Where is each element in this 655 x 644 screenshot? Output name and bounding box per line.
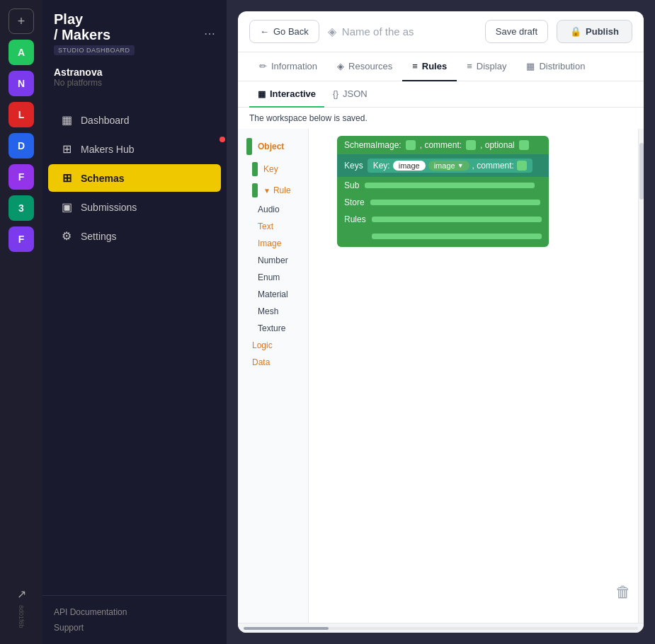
key-type-select[interactable]: image ▼ [428, 161, 469, 171]
user-sub: No platforms [54, 78, 215, 88]
tab-rules[interactable]: ≡ Rules [402, 52, 457, 81]
submissions-icon: ▣ [59, 200, 74, 214]
settings-icon: ⚙ [59, 229, 74, 243]
comment-label: , comment: [420, 140, 462, 150]
horizontal-scrollbar[interactable] [238, 623, 644, 633]
distribution-tab-icon: ▦ [526, 61, 535, 71]
back-button[interactable]: ← Go Back [249, 20, 319, 43]
sub-bar [365, 183, 535, 188]
sub-label: Sub [344, 180, 359, 190]
schema-label: SchemaImage: [344, 140, 401, 150]
tree-item-data[interactable]: Data [238, 354, 308, 371]
resources-tab-icon: ◈ [337, 61, 344, 71]
sidebar-label-schemas: Schemas [81, 173, 124, 184]
tree-item-image[interactable]: Image [238, 235, 308, 252]
brand-badge: STUDIO DASHBOARD [54, 45, 135, 55]
avatar-f2[interactable]: F [8, 226, 34, 252]
sidebar-label-settings: Settings [81, 231, 117, 242]
information-tab-icon: ✏ [259, 61, 267, 71]
dashboard-icon: ▦ [59, 113, 74, 127]
schemas-icon: ⊞ [59, 171, 74, 185]
tree-item-enum[interactable]: Enum [238, 269, 308, 286]
support-link[interactable]: Support [54, 623, 215, 633]
key-input-group: Key: image image ▼ , comment: [368, 159, 532, 173]
main-panel: ← Go Back ◈ Name of the as Save draft 🔒 … [238, 11, 644, 633]
sub-tab-interactive[interactable]: ▦ Interactive [249, 81, 324, 108]
avatar-a[interactable]: A [8, 40, 34, 65]
keys-block[interactable]: Keys Key: image image ▼ , comment: [337, 154, 549, 177]
avatar-f[interactable]: F [8, 164, 34, 190]
store-label: Store [344, 197, 365, 207]
tree-item-rule[interactable]: ▼ Rule [238, 180, 308, 201]
key-value-input[interactable]: image [393, 161, 426, 171]
sidebar-label-dashboard: Dashboard [81, 115, 130, 126]
blocks-group: SchemaImage: , comment: , optional Keys … [337, 136, 549, 247]
notification-dot [220, 137, 225, 142]
rule-expand-icon: ▼ [263, 187, 270, 195]
sub-tabs: ▦ Interactive {} JSON [238, 81, 644, 108]
save-draft-button[interactable]: Save draft [485, 20, 548, 43]
store-block[interactable]: Store [337, 194, 549, 211]
tree-item-number[interactable]: Number [238, 252, 308, 269]
sidebar-item-makers-hub[interactable]: ⊞ Makers Hub [48, 135, 221, 163]
top-bar: ← Go Back ◈ Name of the as Save draft 🔒 … [238, 11, 644, 52]
rules-bar2 [372, 234, 542, 239]
json-tab-icon: {} [333, 89, 338, 99]
interactive-tab-icon: ▦ [258, 89, 266, 99]
rules-block-2[interactable]: Rules [337, 228, 549, 247]
schema-image-block[interactable]: SchemaImage: , comment: , optional [337, 136, 549, 154]
avatar-n[interactable]: N [8, 71, 34, 96]
rules-block[interactable]: Rules [337, 211, 549, 228]
sidebar-menu-button[interactable]: ⋯ [204, 27, 215, 40]
sub-tab-interactive-label: Interactive [270, 88, 316, 99]
tab-distribution[interactable]: ▦ Distribution [516, 52, 595, 81]
vertical-scrollbar[interactable] [638, 129, 644, 623]
tab-resources[interactable]: ◈ Resources [327, 52, 402, 81]
tab-information[interactable]: ✏ Information [249, 52, 327, 81]
tree-item-object[interactable]: Object [238, 134, 308, 159]
optional-label: , optional [480, 140, 515, 150]
asset-name: Name of the as [342, 25, 414, 38]
lock-icon: 🔒 [570, 26, 581, 37]
sidebar-item-settings[interactable]: ⚙ Settings [48, 222, 221, 250]
tree-item-audio[interactable]: Audio [238, 201, 308, 218]
sidebar-item-schemas[interactable]: ⊞ Schemas [48, 164, 221, 192]
tree-item-logic[interactable]: Logic [238, 337, 308, 354]
sidebar-label-makers-hub: Makers Hub [81, 144, 134, 155]
sidebar-item-dashboard[interactable]: ▦ Dashboard [48, 106, 221, 134]
tree-item-key[interactable]: Key [238, 159, 308, 180]
tab-display-label: Display [477, 61, 507, 71]
sub-block[interactable]: Sub [337, 177, 549, 194]
tree-item-mesh[interactable]: Mesh [238, 303, 308, 320]
makers-hub-icon: ⊞ [59, 142, 74, 156]
tree-item-texture[interactable]: Texture [238, 320, 308, 337]
export-icon[interactable]: ↗ [17, 587, 26, 601]
avatar-3[interactable]: 3 [8, 195, 34, 221]
key-comment-label: , comment: [472, 161, 514, 171]
api-docs-link[interactable]: API Documentation [54, 607, 215, 617]
publish-button[interactable]: 🔒 Publish [557, 20, 632, 43]
scroll-thumb [639, 143, 644, 200]
bottom-id: 8d01f6b [18, 605, 25, 628]
tab-display[interactable]: ≡ Display [457, 52, 516, 81]
main-tabs: ✏ Information ◈ Resources ≡ Rules ≡ Disp… [238, 52, 644, 81]
schema-dot1 [406, 140, 416, 150]
asset-icon: ◈ [328, 25, 336, 38]
sidebar-item-submissions[interactable]: ▣ Submissions [48, 193, 221, 221]
tree-item-text[interactable]: Text [238, 218, 308, 235]
tree-item-material[interactable]: Material [238, 286, 308, 303]
sidebar-brand: Play/ Makers STUDIO DASHBOARD ⋯ [42, 0, 227, 61]
publish-label: Publish [586, 26, 619, 37]
back-label: Go Back [273, 26, 309, 37]
h-scroll-thumb [244, 627, 329, 630]
trash-icon[interactable]: 🗑 [615, 583, 631, 602]
brand-name: Play/ Makers [54, 11, 135, 42]
schema-dot3 [519, 140, 529, 150]
sub-tab-json[interactable]: {} JSON [324, 81, 376, 108]
block-canvas: SchemaImage: , comment: , optional Keys … [309, 129, 638, 623]
user-name: Astranova [54, 67, 215, 78]
avatar-d[interactable]: D [8, 133, 34, 159]
display-tab-icon: ≡ [467, 61, 472, 71]
avatar-l[interactable]: L [8, 102, 34, 127]
add-workspace-button[interactable]: + [8, 8, 34, 34]
